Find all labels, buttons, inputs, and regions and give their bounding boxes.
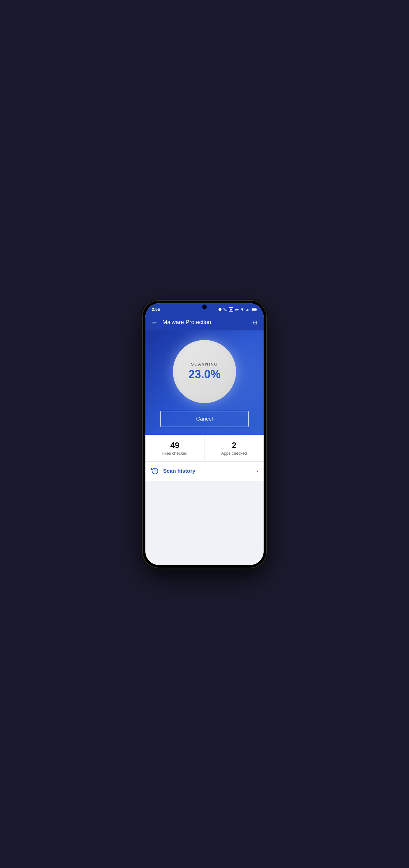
scan-label: SCANNING [191,362,218,367]
header: ← Malware Protection ⚙ [146,315,263,331]
page-title: Malware Protection [162,319,252,326]
status-time: 2:55 [152,307,160,312]
files-label: Files checked [162,451,187,456]
files-checked-stat: 49 Files checked [146,435,205,461]
phone-frame: 2:55 W/ A [143,301,266,567]
chevron-right-icon: › [256,468,258,474]
scan-circle-wrapper: SCANNING 23.0% [173,340,236,403]
key-icon [235,308,239,311]
battery-icon [252,308,257,311]
svg-rect-5 [252,309,256,310]
a-icon: A [229,307,233,312]
svg-rect-2 [248,309,249,311]
apps-checked-stat: 2 Apps checked [205,435,264,461]
scan-circle: SCANNING 23.0% [173,340,236,403]
apps-label: Apps checked [221,451,247,456]
scan-section: SCANNING 23.0% Cancel [146,331,263,435]
back-button[interactable]: ← [151,318,158,327]
history-icon [151,467,159,476]
files-count: 49 [170,440,180,450]
settings-button[interactable]: ⚙ [252,319,258,326]
scan-history-row[interactable]: Scan history › [146,462,263,481]
signal-icon [246,308,250,311]
cancel-button[interactable]: Cancel [160,411,249,427]
phone-screen: 2:55 W/ A [146,303,263,565]
wifi-calling-icon: W/ [223,308,227,311]
svg-rect-0 [247,310,247,311]
status-icons: W/ A [218,307,257,312]
svg-rect-6 [256,309,257,310]
scan-history-label: Scan history [163,468,256,474]
wifi-icon [240,308,244,311]
svg-rect-3 [249,308,249,311]
apps-count: 2 [232,440,237,450]
camera-notch [202,305,207,309]
svg-rect-1 [247,309,248,311]
stats-row: 49 Files checked 2 Apps checked [146,435,263,462]
shield-icon [218,308,222,311]
bottom-area [146,481,263,565]
scan-percent: 23.0% [188,368,221,381]
